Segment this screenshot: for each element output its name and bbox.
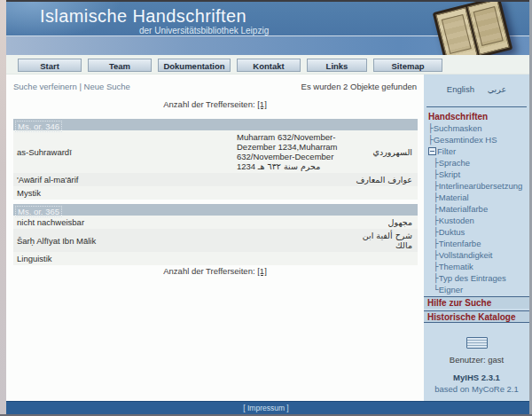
author-latin: nicht nachweisbar xyxy=(13,216,235,229)
record-ms-or-365: Ms. or. 365 nicht nachweisbar مجهول Šarḥ… xyxy=(13,204,418,265)
sidebar-item-eigner[interactable]: └Eigner xyxy=(428,284,528,295)
pages-label: Anzahl der Trefferseiten: xyxy=(163,99,254,109)
sidebar-item-tintenfarbe[interactable]: ├Tintenfarbe xyxy=(428,238,528,249)
tab-team[interactable]: Team xyxy=(88,59,152,72)
record-shelfmark-bar[interactable]: Ms. or. 365 xyxy=(13,204,418,216)
sidebar-item-thematik[interactable]: ├Thematik xyxy=(428,261,528,272)
sidebar-item-kustoden[interactable]: ├Kustoden xyxy=(428,215,528,226)
lang-english-link[interactable]: English xyxy=(447,84,474,94)
site-title: Islamische Handschriften xyxy=(40,6,246,27)
tab-start[interactable]: Start xyxy=(18,59,82,72)
app-version: MyIHS 2.3.1 xyxy=(424,373,529,382)
tab-links[interactable]: Links xyxy=(307,59,367,72)
sidebar-item-skript[interactable]: ├Skript xyxy=(428,169,528,180)
title-arabic: عوارف المعارف xyxy=(348,173,418,186)
record-title-row: Šarḥ Alfīyat Ibn Mālik شرح ألفية ابن مال… xyxy=(13,229,418,252)
sidebar-section-hilfe[interactable]: Hilfe zur Suche xyxy=(424,296,529,309)
lang-arabic-link[interactable]: عربي xyxy=(488,84,506,94)
results-area: Suche verfeinern | Neue Suche Es wurden … xyxy=(6,75,424,401)
date-arabic: محرم سنة ٦٣٢ هـ xyxy=(258,161,320,171)
record-subject-row: Mystik xyxy=(13,186,418,200)
shelfmark[interactable]: Ms. or. 346 xyxy=(15,121,62,132)
sidebar-nav: Handschriften ├Suchmasken ├Gesamtindex H… xyxy=(428,111,528,295)
pages-label: Anzahl der Trefferseiten: xyxy=(163,266,254,276)
impressum-link[interactable]: [ Impressum ] xyxy=(243,404,288,412)
date-cell: Muharram 632/November-Dezember 1234,Muha… xyxy=(235,130,348,173)
pagination-bottom: Anzahl der Trefferseiten: [1] xyxy=(6,266,424,276)
site-subtitle: der Universitätsbibliothek Leipzig xyxy=(139,26,269,35)
tab-sitemap[interactable]: Sitemap xyxy=(373,59,442,72)
title-latin: 'Awārif al-ma'ārif xyxy=(13,173,235,186)
record-author-row: nicht nachweisbar مجهول xyxy=(13,216,418,229)
record-author-row: as-Suhrawardī Muharram 632/November-Deze… xyxy=(13,130,418,173)
results-toolbar: Suche verfeinern | Neue Suche Es wurden … xyxy=(13,82,417,93)
sidebar-item-vollstaendigkeit[interactable]: ├Vollständigkeit xyxy=(428,249,528,261)
footer-bar: [ Impressum ] xyxy=(0,401,532,414)
record-shelfmark-bar[interactable]: Ms. or. 346 xyxy=(13,119,418,130)
sidebar-divider xyxy=(426,106,527,107)
pagination-top: Anzahl der Trefferseiten: [1] xyxy=(6,99,424,109)
author-latin: as-Suhrawardī xyxy=(13,145,235,159)
tab-kontakt[interactable]: Kontakt xyxy=(237,59,301,72)
sidebar: English عربي Handschriften ├Suchmasken ├… xyxy=(424,75,529,401)
sidebar-item-filter[interactable]: Filter xyxy=(428,145,528,157)
new-search-link[interactable]: Neue Suche xyxy=(84,82,130,91)
subject: Mystik xyxy=(13,186,235,200)
tab-bar: Start Team Dokumentation Kontakt Links S… xyxy=(6,55,529,75)
refine-search-link[interactable]: Suche verfeinern xyxy=(13,82,77,91)
subject: Linguistik xyxy=(13,252,235,265)
framework-credit: based on MyCoRe 2.1 xyxy=(424,384,529,394)
virtual-keyboard-icon[interactable] xyxy=(466,337,488,349)
link-separator: | xyxy=(79,82,81,91)
sidebar-item-gesamtindex[interactable]: ├Gesamtindex HS xyxy=(428,134,528,145)
window-edge-left xyxy=(0,0,6,416)
page-1-link[interactable]: [1] xyxy=(257,266,267,276)
author-arabic: مجهول xyxy=(348,216,418,229)
sidebar-section-handschriften: Handschriften xyxy=(428,111,528,122)
record-ms-or-346: Ms. or. 346 as-Suhrawardī Muharram 632/N… xyxy=(13,119,418,200)
window-edge-top xyxy=(0,0,532,2)
page: Islamische Handschriften der Universität… xyxy=(0,0,532,416)
language-switch: English عربي xyxy=(424,84,529,94)
result-count: Es wurden 2 Objekte gefunden xyxy=(301,82,417,91)
record-title-row: 'Awārif al-ma'ārif عوارف المعارف xyxy=(13,173,418,186)
sidebar-item-suchmasken[interactable]: ├Suchmasken xyxy=(428,122,528,134)
page-1-link[interactable]: [1] xyxy=(257,99,267,109)
title-latin: Šarḥ Alfīyat Ibn Mālik xyxy=(13,234,235,247)
sidebar-item-typ-des-eintrages[interactable]: ├Typ des Eintrages xyxy=(428,272,528,284)
sidebar-item-materialfarbe[interactable]: ├Materialfarbe xyxy=(428,203,528,215)
tab-dokumentation[interactable]: Dokumentation xyxy=(158,59,231,72)
author-arabic: السهروردي xyxy=(348,145,418,159)
user-status: Benutzer: gast xyxy=(424,355,529,365)
record-subject-row: Linguistik xyxy=(13,252,418,265)
sidebar-item-interlinearuebersetzung[interactable]: ├Interlinearübersetzung xyxy=(428,180,528,192)
sidebar-item-sprache[interactable]: ├Sprache xyxy=(428,157,528,169)
sidebar-item-duktus[interactable]: ├Duktus xyxy=(428,226,528,238)
sidebar-section-historische-kataloge[interactable]: Historische Kataloge xyxy=(424,310,529,323)
sidebar-item-material[interactable]: ├Material xyxy=(428,192,528,203)
title-arabic: شرح ألفية ابن مالك xyxy=(348,229,418,252)
collapse-icon[interactable] xyxy=(428,147,436,155)
